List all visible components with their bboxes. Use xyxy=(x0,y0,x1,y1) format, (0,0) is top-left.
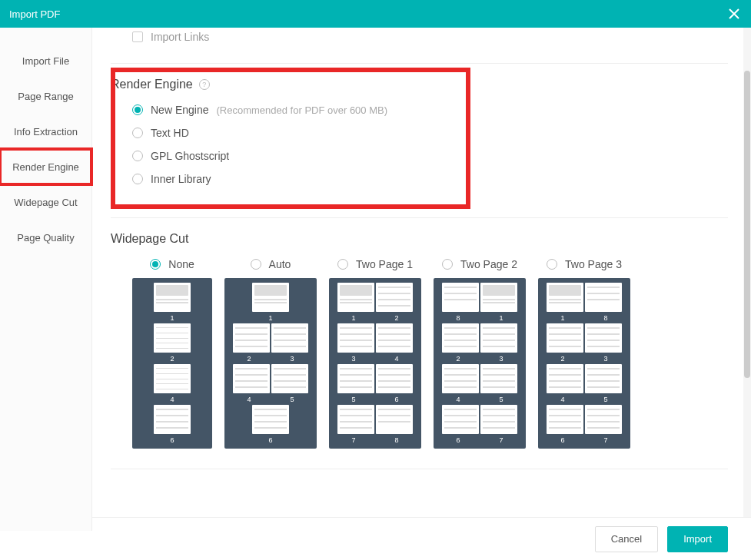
divider xyxy=(111,217,728,218)
content-area: Import Links Render Engine ? New Engine … xyxy=(92,28,751,531)
widepage-heading-text: Widepage Cut xyxy=(111,232,188,246)
render-engine-heading: Render Engine ? xyxy=(111,78,728,91)
radio-icon xyxy=(547,259,557,270)
divider xyxy=(111,63,728,64)
radio-icon xyxy=(132,174,143,184)
radio-label: Two Page 3 xyxy=(565,258,622,270)
widepage-thumb-tp2: 81 23 45 67 xyxy=(434,278,526,449)
radio-new-engine[interactable]: New Engine (Recommended for PDF over 600… xyxy=(132,104,728,116)
render-engine-options: New Engine (Recommended for PDF over 600… xyxy=(132,104,728,185)
radio-label: Auto xyxy=(269,258,291,270)
render-engine-section: Render Engine ? New Engine (Recommended … xyxy=(111,78,728,204)
close-icon[interactable] xyxy=(726,6,742,22)
sidebar-item-page-quality[interactable]: Page Quality xyxy=(0,220,91,255)
radio-label: None xyxy=(168,258,194,270)
radio-label: GPL Ghostscript xyxy=(151,150,229,162)
radio-inner-library[interactable]: Inner Library xyxy=(132,173,728,185)
widepage-option-two-page-1[interactable]: Two Page 1 12 34 56 78 xyxy=(329,258,421,449)
radio-text-hd[interactable]: Text HD xyxy=(132,127,728,139)
radio-icon xyxy=(150,259,161,270)
widepage-option-none[interactable]: None 1 2 4 6 xyxy=(132,258,212,449)
dialog-title: Import PDF xyxy=(9,8,60,20)
radio-label: New Engine xyxy=(151,104,209,116)
radio-icon xyxy=(251,259,261,270)
radio-hint: (Recommended for PDF over 600 MB) xyxy=(217,104,388,116)
footer: Cancel Import xyxy=(92,517,751,560)
widepage-thumb-none: 1 2 4 6 xyxy=(132,278,212,449)
scrollbar[interactable] xyxy=(743,28,751,531)
widepage-thumb-auto: 1 23 45 6 xyxy=(224,278,317,449)
radio-icon xyxy=(132,151,143,161)
widepage-cut-section: Widepage Cut None 1 2 4 6 xyxy=(111,232,728,449)
radio-label: Two Page 1 xyxy=(356,258,413,270)
radio-label: Text HD xyxy=(151,127,189,139)
sidebar-item-render-engine[interactable]: Render Engine xyxy=(0,149,91,184)
sidebar-item-import-file[interactable]: Import File xyxy=(0,43,91,78)
titlebar: Import PDF xyxy=(0,0,751,28)
import-button[interactable]: Import xyxy=(667,526,728,552)
radio-gpl-ghostscript[interactable]: GPL Ghostscript xyxy=(132,150,728,162)
help-icon[interactable]: ? xyxy=(199,79,210,90)
checkbox-empty-icon[interactable] xyxy=(132,31,143,42)
widepage-option-auto[interactable]: Auto 1 23 45 6 xyxy=(224,258,317,449)
sidebar-item-page-range[interactable]: Page Range xyxy=(0,78,91,114)
sidebar-item-widepage-cut[interactable]: Widepage Cut xyxy=(0,184,91,220)
widepage-thumb-tp1: 12 34 56 78 xyxy=(329,278,421,449)
divider xyxy=(111,469,728,469)
cancel-button[interactable]: Cancel xyxy=(595,526,658,552)
widepage-option-two-page-3[interactable]: Two Page 3 18 23 45 67 xyxy=(538,258,630,449)
sidebar: Import File Page Range Info Extraction R… xyxy=(0,28,92,531)
radio-label: Inner Library xyxy=(151,173,211,185)
radio-icon xyxy=(132,128,143,138)
radio-label: Two Page 2 xyxy=(460,258,517,270)
radio-icon xyxy=(132,104,143,115)
scrollbar-thumb[interactable] xyxy=(744,71,750,378)
render-engine-heading-text: Render Engine xyxy=(111,78,193,91)
widepage-thumb-tp3: 18 23 45 67 xyxy=(538,278,630,449)
widepage-options-row: None 1 2 4 6 Auto 1 xyxy=(132,258,728,449)
widepage-option-two-page-2[interactable]: Two Page 2 81 23 45 67 xyxy=(434,258,526,449)
import-links-label: Import Links xyxy=(151,31,209,43)
radio-icon xyxy=(442,259,453,270)
sidebar-item-info-extraction[interactable]: Info Extraction xyxy=(0,114,91,149)
import-links-row[interactable]: Import Links xyxy=(132,31,728,43)
widepage-heading: Widepage Cut xyxy=(111,232,728,246)
radio-icon xyxy=(337,259,348,270)
